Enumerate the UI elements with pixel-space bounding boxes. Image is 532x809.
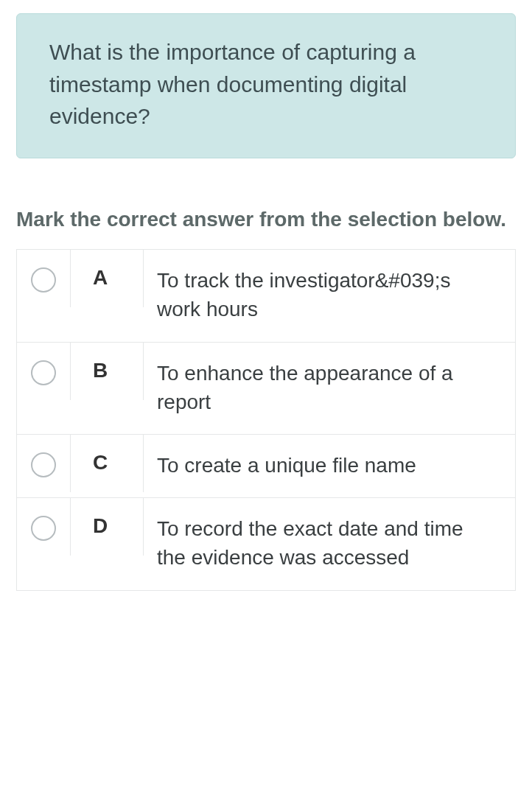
- answer-letter: A: [70, 250, 144, 307]
- answer-text: To enhance the appearance of a report: [144, 343, 515, 434]
- instruction-text: Mark the correct answer from the selecti…: [16, 206, 516, 234]
- radio-button-d[interactable]: [31, 516, 56, 541]
- radio-cell: [17, 343, 70, 403]
- radio-cell: [17, 250, 70, 310]
- radio-cell: [17, 498, 70, 558]
- radio-cell: [17, 435, 70, 495]
- answer-row-d[interactable]: D To record the exact date and time the …: [17, 497, 515, 589]
- radio-button-b[interactable]: [31, 360, 56, 385]
- answer-letter: C: [70, 435, 144, 492]
- question-text: What is the importance of capturing a ti…: [49, 36, 483, 133]
- answer-text: To track the investigator&#039;s work ho…: [144, 250, 515, 341]
- radio-button-c[interactable]: [31, 452, 56, 477]
- answer-row-a[interactable]: A To track the investigator&#039;s work …: [17, 249, 515, 341]
- answer-letter: B: [70, 343, 144, 400]
- answer-text: To create a unique file name: [144, 435, 515, 497]
- answer-letter: D: [70, 498, 144, 556]
- answer-row-c[interactable]: C To create a unique file name: [17, 434, 515, 497]
- answer-row-b[interactable]: B To enhance the appearance of a report: [17, 342, 515, 434]
- question-box: What is the importance of capturing a ti…: [16, 13, 516, 158]
- answer-text: To record the exact date and time the ev…: [144, 498, 515, 589]
- radio-button-a[interactable]: [31, 267, 56, 293]
- quiz-page: What is the importance of capturing a ti…: [0, 0, 532, 809]
- answers-table: A To track the investigator&#039;s work …: [16, 249, 516, 590]
